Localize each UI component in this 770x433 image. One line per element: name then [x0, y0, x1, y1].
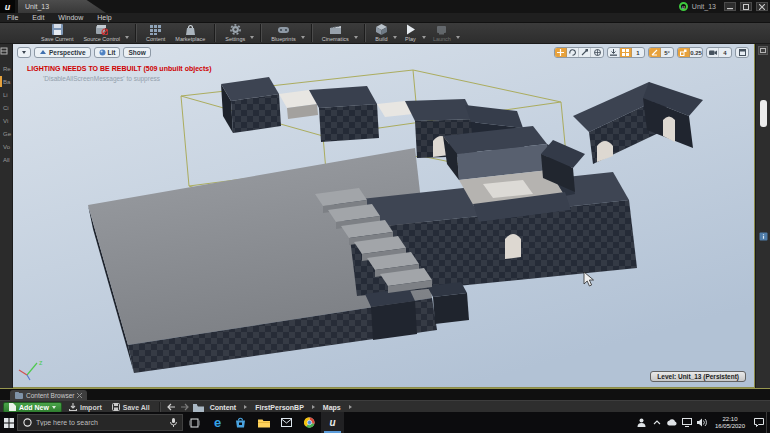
place-tab-all[interactable]: All	[0, 153, 12, 166]
viewport-toolbar-left: Perspective Lit Show	[17, 47, 151, 58]
people-icon	[637, 418, 646, 427]
cinematics-clapper-icon	[329, 24, 342, 35]
grid-snap-toggle[interactable]	[620, 47, 632, 58]
cinematics-button[interactable]: Cinematics	[317, 23, 354, 44]
lit-mode-button[interactable]: Lit	[94, 47, 121, 58]
settings-caret-icon[interactable]	[250, 36, 254, 39]
forward-button[interactable]	[180, 403, 189, 411]
minimize-button[interactable]	[724, 2, 736, 11]
search-input[interactable]	[36, 419, 166, 426]
save-current-button[interactable]: Save Current	[36, 23, 78, 44]
menu-file[interactable]: File	[0, 14, 25, 21]
task-view-button[interactable]	[183, 412, 206, 433]
play-caret-icon[interactable]	[422, 36, 426, 39]
tray-expand-button[interactable]	[649, 412, 664, 433]
file-explorer-icon	[258, 418, 270, 428]
source-control-button[interactable]: Source Control	[78, 23, 125, 44]
volume-tray-button[interactable]	[694, 412, 709, 433]
edge-icon: e	[214, 416, 221, 429]
show-button[interactable]: Show	[123, 47, 150, 58]
grid-snap-value[interactable]: 1	[632, 47, 644, 58]
workspace: Re Ba Li Ci Vi Ge Vo All	[0, 44, 770, 388]
mail-taskbar-button[interactable]	[275, 412, 298, 433]
file-explorer-taskbar-button[interactable]	[252, 412, 275, 433]
place-tab-geometry[interactable]: Ge	[0, 127, 12, 140]
viewport-scene[interactable]	[13, 44, 755, 388]
breadcrumb-content[interactable]: Content	[208, 404, 238, 411]
level-badge[interactable]: Level: Unit_13 (Persistent)	[650, 371, 746, 382]
settings-gear-icon	[229, 24, 242, 35]
microphone-icon[interactable]	[170, 418, 177, 427]
rotation-snap-toggle[interactable]	[649, 47, 661, 58]
menu-window[interactable]: Window	[51, 14, 90, 21]
place-tab-recent[interactable]: Re	[0, 62, 12, 75]
scale-icon	[581, 49, 588, 56]
panel-scrollbar-thumb[interactable]	[760, 100, 767, 127]
network-tray-button[interactable]	[679, 412, 694, 433]
breadcrumb-maps[interactable]: Maps	[321, 404, 343, 411]
chrome-taskbar-button[interactable]	[298, 412, 321, 433]
place-tab-visual[interactable]: Vi	[0, 114, 12, 127]
rotate-icon	[569, 49, 576, 56]
add-new-button[interactable]: Add New	[3, 402, 62, 413]
play-icon	[404, 24, 417, 35]
edge-taskbar-button[interactable]: e	[206, 412, 229, 433]
place-tab-cinematic[interactable]: Ci	[0, 101, 12, 114]
build-caret-icon[interactable]	[393, 36, 397, 39]
settings-button[interactable]: Settings	[220, 23, 250, 44]
ue4-taskbar-button[interactable]: u	[321, 412, 344, 433]
blueprints-button[interactable]: Blueprints	[266, 23, 300, 44]
perspective-button[interactable]: Perspective	[34, 47, 91, 58]
taskbar-search[interactable]	[17, 414, 183, 431]
tab-close-icon[interactable]	[77, 393, 82, 398]
place-actors-panel[interactable]: Re Ba Li Ci Vi Ge Vo All	[0, 44, 13, 388]
mouse-cursor	[583, 272, 594, 287]
content-button[interactable]: Content	[141, 23, 170, 44]
camera-speed-button[interactable]	[707, 47, 719, 58]
taskbar-clock[interactable]: 22:10 16/05/2020	[709, 416, 751, 430]
maximize-viewport-button[interactable]	[736, 47, 748, 58]
blueprints-icon	[277, 24, 290, 35]
import-button[interactable]: Import	[66, 403, 105, 411]
launch-caret-icon[interactable]	[456, 36, 460, 39]
menu-help[interactable]: Help	[90, 14, 118, 21]
back-button[interactable]	[167, 403, 176, 411]
world-local-toggle[interactable]	[591, 47, 603, 58]
viewport-options-button[interactable]	[17, 47, 31, 58]
chevron-up-icon	[653, 420, 661, 425]
show-desktop-button[interactable]	[766, 412, 770, 433]
place-tab-basic[interactable]: Ba	[0, 75, 12, 88]
marketplace-button[interactable]: Marketplace	[170, 23, 210, 44]
camera-speed-value[interactable]: 4	[719, 47, 731, 58]
level-viewport[interactable]: Perspective Lit Show LIGHTING NEEDS TO B…	[13, 44, 755, 388]
cinematics-caret-icon[interactable]	[354, 36, 358, 39]
surface-snap-button[interactable]	[608, 47, 620, 58]
play-button[interactable]: Play	[399, 23, 422, 44]
source-control-caret-icon[interactable]	[125, 36, 129, 39]
place-tab-lights[interactable]: Li	[0, 88, 12, 101]
onedrive-tray-button[interactable]	[664, 412, 679, 433]
breadcrumb-firstpersonbp[interactable]: FirstPersonBP	[253, 404, 306, 411]
scale-tool-button[interactable]	[579, 47, 591, 58]
rotation-snap-value[interactable]: 5°	[661, 47, 673, 58]
level-tab[interactable]: Unit_13	[18, 0, 106, 13]
start-button[interactable]	[0, 412, 17, 433]
build-button[interactable]: Build	[370, 23, 393, 44]
grid-icon	[622, 49, 629, 56]
right-panel-strip[interactable]	[755, 44, 770, 388]
blueprints-caret-icon[interactable]	[301, 36, 305, 39]
maximize-button[interactable]	[740, 2, 752, 11]
panel-expand-button[interactable]	[758, 46, 768, 55]
people-tray-button[interactable]	[634, 412, 649, 433]
action-center-button[interactable]	[751, 412, 766, 433]
close-button[interactable]	[756, 2, 768, 11]
save-all-button[interactable]: Save All	[109, 403, 153, 411]
launch-button[interactable]: Launch	[428, 23, 456, 44]
scale-snap-value[interactable]: 0.25	[690, 47, 702, 58]
menu-edit[interactable]: Edit	[25, 14, 51, 21]
move-tool-button[interactable]	[555, 47, 567, 58]
rotate-tool-button[interactable]	[567, 47, 579, 58]
content-browser-tab[interactable]: Content Browser	[10, 390, 87, 400]
place-tab-volumes[interactable]: Vo	[0, 140, 12, 153]
store-taskbar-button[interactable]	[229, 412, 252, 433]
